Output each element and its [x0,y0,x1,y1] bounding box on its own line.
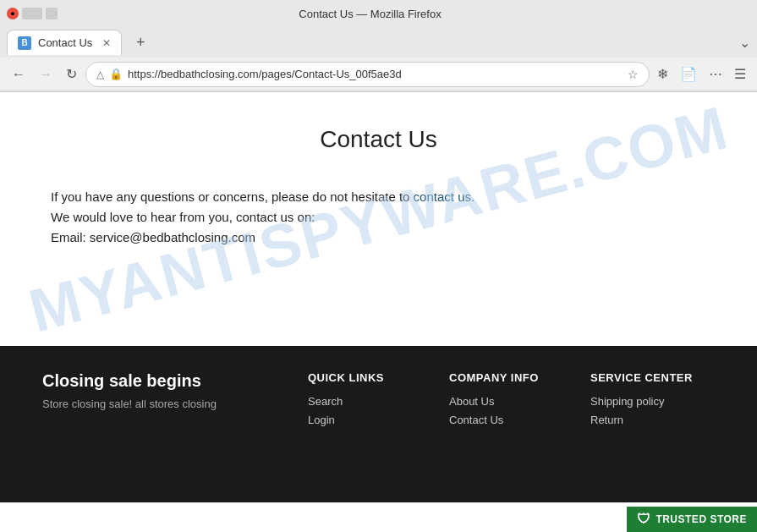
return-link[interactable]: Return [590,414,623,426]
tab-list-button[interactable]: ⌄ [739,35,750,51]
lock-icon: 🔒 [109,68,123,80]
list-item: Return [590,413,715,426]
close-window-button[interactable]: ● [7,8,19,19]
main-section: MYANTISPYWARE.COM Contact Us If you have… [0,92,757,346]
trusted-store-badge[interactable]: 🛡 TRUSTED STORE [627,507,757,532]
contact-line2: We would love to hear from you, contact … [51,207,706,228]
forward-button[interactable]: → [34,63,58,85]
window-title: Contact Us — Mozilla Firefox [58,8,683,20]
contact-content: Contact Us If you have any questions or … [0,92,757,346]
bookmark-icon[interactable]: ☆ [628,68,639,81]
footer-brand: Closing sale begins Store closing sale! … [42,371,291,431]
trusted-store-label: TRUSTED STORE [656,513,747,525]
footer-company: COMPANY INFO About Us Contact Us [449,371,573,431]
reload-button[interactable]: ↻ [61,63,82,85]
login-link[interactable]: Login [308,414,335,426]
list-item: About Us [449,394,573,408]
footer-quicklinks-list: Search Login [308,394,432,426]
maximize-window-button[interactable] [46,8,58,19]
contact-line3: Email: service@bedbathclosing.com [51,228,706,248]
list-item: Login [308,413,432,426]
new-tab-button[interactable]: + [129,30,152,54]
trusted-store-icon: 🛡 [637,512,651,527]
footer-brand-title: Closing sale begins [42,371,291,391]
shipping-policy-link[interactable]: Shipping policy [590,395,664,408]
footer-company-list: About Us Contact Us [449,394,573,426]
footer-service: SERVICE CENTER Shipping policy Return [590,371,715,431]
list-item: Search [308,394,432,408]
contact-us-link[interactable]: contact us. [414,189,475,204]
footer-service-heading: SERVICE CENTER [590,371,715,384]
browser-chrome: ● Contact Us — Mozilla Firefox B Contact… [0,0,757,92]
privacy-icon: △ [96,69,104,80]
tab-close-button[interactable]: ✕ [102,37,111,49]
pocket-button[interactable]: ❄ [653,63,672,85]
more-tools-button[interactable]: ⋯ [705,63,727,85]
navigation-bar: ← → ↻ △ 🔒 https://bedbathclosing.com/pag… [0,58,757,91]
page-title: Contact Us [51,126,706,153]
address-bar[interactable]: △ 🔒 https://bedbathclosing.com/pages/Con… [85,62,650,87]
menu-button[interactable]: ☰ [730,63,750,85]
footer-service-list: Shipping policy Return [590,394,715,426]
contact-body: If you have any questions or concerns, p… [51,187,706,248]
extensions-button[interactable]: 📄 [676,63,701,85]
tab-bar: B Contact Us ✕ + ⌄ [0,27,757,58]
window-controls: ● [7,8,58,19]
about-us-link[interactable]: About Us [449,395,494,408]
search-link[interactable]: Search [308,395,343,408]
footer-brand-subtitle: Store closing sale! all stores closing [42,398,291,410]
footer-company-heading: COMPANY INFO [449,371,573,384]
tab-favicon: B [18,36,31,50]
list-item: Contact Us [449,413,573,426]
footer: Closing sale begins Store closing sale! … [0,346,757,502]
contact-us-footer-link[interactable]: Contact Us [449,414,503,426]
contact-line1: If you have any questions or concerns, p… [51,187,706,207]
footer-grid: Closing sale begins Store closing sale! … [42,371,715,431]
footer-quicklinks: QUICK LINKS Search Login [308,371,432,431]
list-item: Shipping policy [590,394,715,408]
nav-extras: ❄ 📄 ⋯ ☰ [653,63,750,85]
window-controls-group: ● [7,8,58,19]
footer-quicklinks-heading: QUICK LINKS [308,371,432,384]
url-text: https://bedbathclosing.com/pages/Contact… [128,68,623,80]
title-bar: ● Contact Us — Mozilla Firefox [0,0,757,27]
tab-label: Contact Us [38,36,92,49]
back-button[interactable]: ← [7,63,30,85]
active-tab[interactable]: B Contact Us ✕ [7,30,122,55]
page-content: MYANTISPYWARE.COM Contact Us If you have… [0,92,757,502]
minimize-window-button[interactable] [22,8,42,19]
